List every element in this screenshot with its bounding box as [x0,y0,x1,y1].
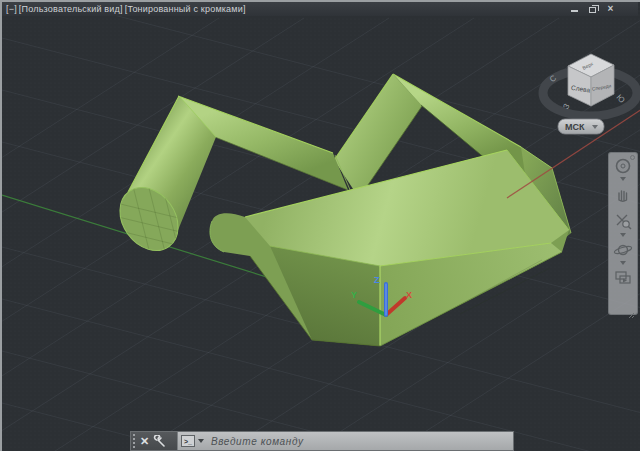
grip-icon[interactable] [133,434,136,448]
navbar-close-icon[interactable] [630,155,635,160]
viewport-title-bar: [−] [Пользовательский вид] [Тонированный… [2,2,638,16]
ucs-menu-label: МСК [565,122,585,132]
pan-hand-icon[interactable] [611,185,635,203]
ucs-y-label: Y [351,290,357,300]
command-input[interactable]: >_ Введите команду [177,432,513,450]
navigation-wheel-flyout-icon[interactable] [620,177,626,181]
chevron-down-icon[interactable] [198,439,204,443]
minimize-button[interactable] [569,4,580,14]
orbit-flyout-icon[interactable] [620,261,626,265]
close-button[interactable]: × [605,4,616,14]
visual-style-controls-menu[interactable]: [Тонированный с кромками] [124,4,247,14]
orbit-icon[interactable] [611,241,635,259]
restore-button[interactable] [587,4,598,14]
ucs-z-label: Z [374,275,380,285]
viewcube-ucs-menu-button[interactable]: МСК [558,119,604,134]
zoom-flyout-icon[interactable] [620,233,626,237]
showmotion-icon[interactable] [611,269,635,287]
command-placeholder: Введите команду [207,436,304,447]
prompt-icon[interactable]: >_ [181,435,195,447]
command-line-controls: ✕ [131,432,177,450]
close-icon[interactable]: ✕ [140,436,149,447]
viewport-controls-menu[interactable]: [−] [2,4,18,14]
view-controls-menu[interactable]: [Пользовательский вид] [18,4,124,14]
app-window: X Y Z С З Ю Верх Слева Спереди МСК [0,0,640,451]
ucs-x-label: X [406,290,412,300]
navbar-resize-grip[interactable] [628,305,635,312]
navigation-bar [608,152,638,315]
command-line-bar: ✕ >_ Введите команду [130,431,514,451]
wrench-icon[interactable] [153,435,166,448]
zoom-icon[interactable] [611,211,635,231]
viewport-3d[interactable]: X Y Z С З Ю Верх Слева Спереди МСК [2,2,640,451]
